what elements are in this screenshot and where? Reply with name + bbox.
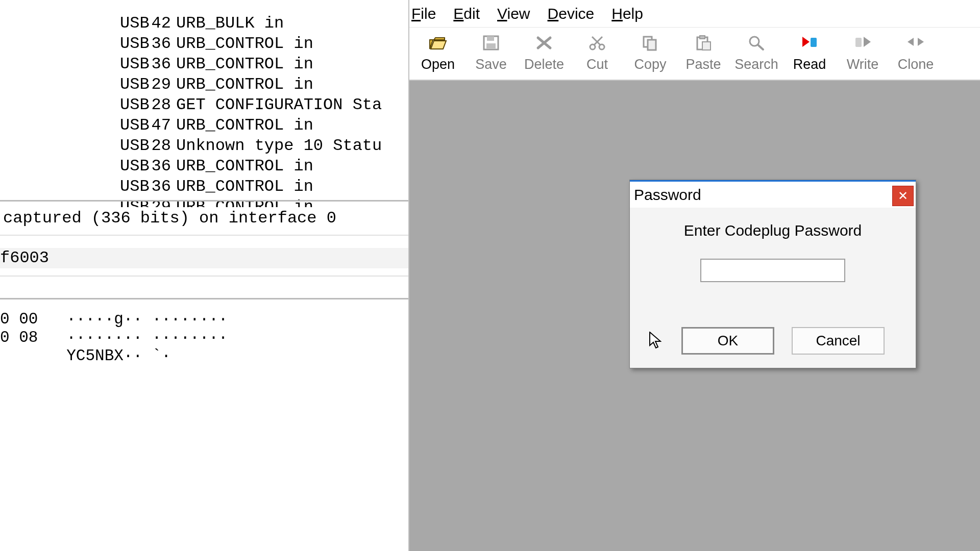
- svg-rect-2: [486, 43, 496, 48]
- menu-device[interactable]: Device: [548, 5, 595, 22]
- toolbar-label: Copy: [634, 57, 666, 72]
- clone-button[interactable]: Clone: [889, 28, 942, 79]
- table-row[interactable]: USB36URB_CONTROL in: [0, 34, 408, 54]
- proto-cell: USB: [5, 136, 143, 156]
- hex-row[interactable]: 0 00 ·····g·· ········: [0, 310, 408, 329]
- close-button[interactable]: ✕: [892, 186, 914, 206]
- toolbar-label: Paste: [685, 57, 721, 72]
- pane-divider[interactable]: [0, 200, 408, 202]
- clipboard-paste-icon: [694, 35, 713, 55]
- info-cell: URB_CONTROL in: [171, 197, 313, 207]
- menu-help[interactable]: Help: [611, 5, 643, 22]
- menu-view[interactable]: View: [497, 5, 530, 22]
- proto-cell: USB: [5, 156, 143, 177]
- write-button[interactable]: Write: [836, 28, 889, 79]
- hex-pane[interactable]: 0 00 ·····g·· ········ 0 08 ········ ···…: [0, 310, 408, 365]
- toolbar-label: Clone: [898, 57, 934, 72]
- menu-edit[interactable]: Edit: [453, 5, 480, 22]
- table-row[interactable]: USB28Unknown type 10 Statu: [0, 136, 408, 156]
- toolbar: Open Save Delete Cut Copy: [409, 28, 980, 81]
- dialog-prompt: Enter Codeplug Password: [684, 222, 862, 239]
- svg-marker-15: [908, 38, 914, 46]
- delete-x-icon: [535, 35, 553, 55]
- open-button[interactable]: Open: [411, 28, 464, 79]
- search-button[interactable]: Search: [730, 28, 783, 79]
- toolbar-label: Write: [847, 57, 879, 72]
- write-device-icon: [853, 35, 872, 55]
- copy-button[interactable]: Copy: [624, 28, 677, 79]
- password-dialog: Password ✕ Enter Codeplug Password OK Ca…: [629, 180, 916, 368]
- proto-cell: USB: [5, 74, 143, 95]
- info-cell: GET CONFIGURATION Sta: [171, 95, 382, 115]
- info-cell: Unknown type 10 Statu: [171, 136, 382, 156]
- svg-marker-14: [864, 37, 871, 47]
- folder-open-icon: [429, 35, 447, 55]
- proto-cell: USB: [5, 115, 143, 136]
- copy-icon: [641, 35, 659, 55]
- table-row[interactable]: [0, 0, 408, 13]
- cancel-button[interactable]: Cancel: [792, 327, 885, 355]
- len-cell: 28: [143, 95, 171, 115]
- table-row[interactable]: USB42URB_BULK in: [0, 13, 408, 34]
- svg-marker-11: [802, 37, 810, 47]
- scissors-icon: [588, 35, 606, 55]
- hex-row[interactable]: 0 08 ········ ········: [0, 329, 408, 347]
- ok-button[interactable]: OK: [681, 327, 774, 355]
- table-row[interactable]: USB36URB_CONTROL in: [0, 54, 408, 74]
- info-cell: URB_CONTROL in: [171, 115, 313, 136]
- info-cell: URB_CONTROL in: [171, 34, 313, 54]
- paste-button[interactable]: Paste: [677, 28, 730, 79]
- delete-button[interactable]: Delete: [518, 28, 571, 79]
- dialog-titlebar[interactable]: Password ✕: [630, 180, 916, 208]
- svg-rect-13: [855, 38, 862, 47]
- table-row[interactable]: USB28GET CONFIGURATION Sta: [0, 95, 408, 115]
- toolbar-label: Read: [793, 57, 826, 72]
- pane-divider: [0, 235, 408, 236]
- table-row[interactable]: USB36URB_CONTROL in: [0, 156, 408, 177]
- close-icon: ✕: [898, 189, 908, 203]
- toolbar-label: Cut: [586, 57, 608, 72]
- table-row[interactable]: USB36URB_CONTROL in: [0, 177, 408, 197]
- table-row[interactable]: USB29URB_CONTROL in: [0, 197, 408, 207]
- password-input[interactable]: [700, 259, 845, 282]
- read-button[interactable]: Read: [783, 28, 836, 79]
- svg-marker-16: [918, 38, 924, 46]
- info-cell: URB_CONTROL in: [171, 54, 313, 74]
- dialog-title: Password: [634, 186, 701, 204]
- proto-cell: USB: [5, 34, 143, 54]
- packet-list[interactable]: USB42URB_BULK in USB36URB_CONTROL in USB…: [0, 0, 408, 207]
- toolbar-label: Search: [734, 57, 778, 72]
- info-cell: URB_CONTROL in: [171, 177, 313, 197]
- cut-button[interactable]: Cut: [571, 28, 624, 79]
- save-button[interactable]: Save: [464, 28, 518, 79]
- floppy-disk-icon: [482, 35, 500, 55]
- menu-file[interactable]: File: [411, 5, 436, 22]
- menubar[interactable]: File Edit View Device Help: [409, 0, 980, 28]
- proto-cell: USB: [5, 13, 143, 34]
- hex-row[interactable]: YC5NBX·· `·: [0, 347, 408, 365]
- len-cell: 36: [143, 54, 171, 74]
- len-cell: 36: [143, 34, 171, 54]
- svg-rect-9: [702, 42, 710, 50]
- info-cell: URB_BULK in: [171, 13, 284, 34]
- capture-summary[interactable]: captured (336 bits) on interface 0: [0, 208, 408, 229]
- svg-rect-8: [700, 36, 705, 39]
- len-cell: 42: [143, 13, 171, 34]
- len-cell: 29: [143, 74, 171, 95]
- toolbar-label: Delete: [524, 57, 564, 72]
- field-value[interactable]: f6003: [0, 248, 408, 268]
- len-cell: 28: [143, 136, 171, 156]
- svg-point-3: [590, 44, 595, 49]
- read-device-icon: [800, 35, 819, 55]
- clone-icon: [906, 35, 925, 55]
- svg-rect-1: [487, 36, 494, 41]
- table-row[interactable]: USB47URB_CONTROL in: [0, 115, 408, 136]
- proto-cell: USB: [5, 95, 143, 115]
- pane-divider[interactable]: [0, 298, 408, 299]
- toolbar-label: Save: [475, 57, 507, 72]
- table-row[interactable]: USB29URB_CONTROL in: [0, 74, 408, 95]
- svg-rect-6: [648, 40, 656, 50]
- len-cell: 47: [143, 115, 171, 136]
- info-cell: URB_CONTROL in: [171, 156, 313, 177]
- len-cell: 36: [143, 156, 171, 177]
